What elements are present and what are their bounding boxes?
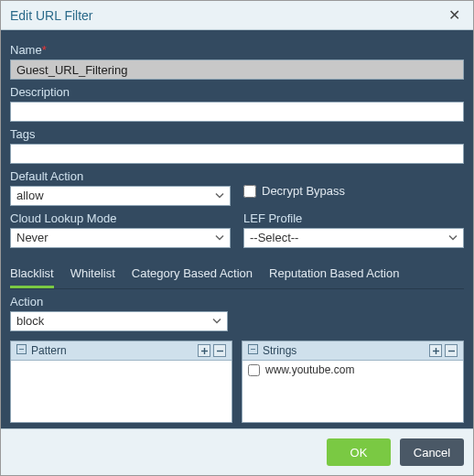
- tags-input[interactable]: [10, 144, 464, 164]
- name-input[interactable]: [10, 60, 464, 80]
- strings-row[interactable]: www.youtube.com: [242, 361, 463, 379]
- dialog-footer: OK Cancel: [1, 428, 473, 475]
- cloud-lookup-select[interactable]: Never: [10, 228, 231, 248]
- chevron-down-icon: [215, 232, 224, 245]
- add-string-button[interactable]: [429, 344, 442, 357]
- pattern-grid-title: Pattern: [31, 344, 67, 357]
- chevron-down-icon: [448, 232, 458, 245]
- default-action-select[interactable]: allow: [10, 186, 231, 206]
- strings-grid-body[interactable]: www.youtube.com: [242, 361, 463, 422]
- strings-grid-title: Strings: [263, 344, 296, 357]
- chevron-down-icon: [212, 315, 221, 329]
- tab-reputation-based-action[interactable]: Reputation Based Action: [269, 261, 399, 288]
- default-action-label: Default Action: [10, 169, 231, 183]
- decrypt-bypass-label: Decrypt Bypass: [262, 184, 345, 198]
- name-label: Name*: [10, 43, 464, 57]
- edit-url-filter-dialog: Edit URL Filter ✕ Name* Description Tags…: [0, 0, 474, 476]
- strings-grid: Strings www.youtube.com: [242, 341, 464, 423]
- tags-label: Tags: [10, 127, 464, 141]
- dialog-body: Name* Description Tags Default Action al…: [1, 30, 473, 428]
- expand-icon[interactable]: [16, 344, 27, 357]
- chevron-down-icon: [215, 189, 224, 203]
- tab-blacklist[interactable]: Blacklist: [10, 261, 54, 288]
- strings-row-checkbox[interactable]: [248, 364, 260, 376]
- ok-button[interactable]: OK: [327, 438, 391, 466]
- required-asterisk: *: [42, 43, 47, 57]
- cloud-lookup-value: Never: [16, 231, 48, 244]
- remove-string-button[interactable]: [445, 344, 458, 357]
- pattern-grid-header: Pattern: [11, 341, 232, 361]
- action-select[interactable]: block: [10, 311, 228, 331]
- cloud-lookup-label: Cloud Lookup Mode: [10, 211, 231, 225]
- strings-row-value: www.youtube.com: [265, 363, 354, 376]
- description-label: Description: [10, 85, 464, 99]
- default-action-value: allow: [16, 189, 44, 202]
- strings-grid-header: Strings: [242, 341, 463, 361]
- expand-icon[interactable]: [248, 344, 258, 357]
- pattern-grid-body[interactable]: [11, 361, 232, 422]
- action-value: block: [16, 314, 44, 328]
- add-pattern-button[interactable]: [198, 344, 210, 357]
- name-label-text: Name: [10, 43, 42, 57]
- action-label: Action: [10, 295, 464, 308]
- lef-profile-label: LEF Profile: [243, 211, 464, 225]
- lef-profile-select[interactable]: --Select--: [243, 228, 464, 248]
- description-input[interactable]: [10, 102, 464, 122]
- dialog-titlebar: Edit URL Filter ✕: [1, 1, 473, 30]
- tab-category-based-action[interactable]: Category Based Action: [132, 261, 253, 288]
- cancel-button[interactable]: Cancel: [400, 438, 464, 466]
- decrypt-bypass-checkbox[interactable]: [243, 185, 256, 198]
- lef-profile-value: --Select--: [250, 231, 298, 244]
- close-icon[interactable]: ✕: [445, 6, 464, 24]
- tab-whitelist[interactable]: Whitelist: [70, 261, 115, 288]
- filter-tabs: Blacklist Whitelist Category Based Actio…: [10, 261, 464, 289]
- remove-pattern-button[interactable]: [213, 344, 226, 357]
- pattern-grid: Pattern: [10, 341, 232, 423]
- dialog-title: Edit URL Filter: [10, 8, 93, 23]
